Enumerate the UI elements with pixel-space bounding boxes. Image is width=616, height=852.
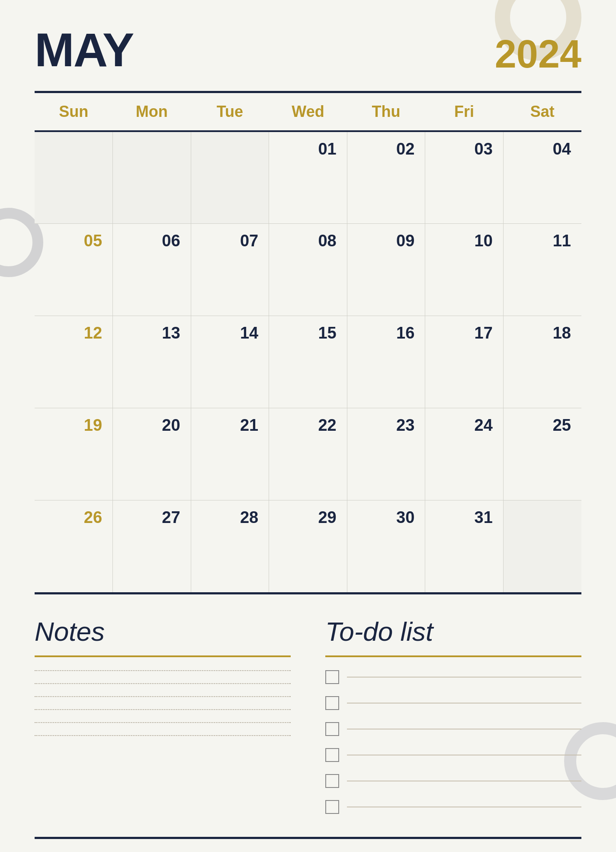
todo-item-0 [325,670,581,684]
calendar-day: 14 [191,316,269,408]
calendar-day: 29 [269,500,347,592]
calendar-day: 16 [347,316,425,408]
calendar-day: 18 [503,316,581,408]
todo-line-3 [347,755,581,755]
calendar-day [35,131,113,223]
calendar-week-2: 12131415161718 [35,316,581,408]
calendar-day: 05 [35,223,113,316]
calendar-day: 03 [425,131,504,223]
calendar-day: 23 [347,408,425,500]
calendar-section: Sun Mon Tue Wed Thu Fri Sat 010203040506… [35,91,581,594]
notes-line-3 [35,709,291,710]
calendar-week-3: 19202122232425 [35,408,581,500]
calendar-day: 10 [425,223,504,316]
calendar-day [191,131,269,223]
page-bottom-border [35,837,581,839]
notes-line-0 [35,670,291,671]
todo-checkbox-5[interactable] [325,800,339,814]
bottom-section: Notes To-do list [35,616,581,826]
todo-underline [325,655,581,657]
todo-item-3 [325,748,581,762]
todo-line-0 [347,677,581,678]
col-tue: Tue [191,93,269,131]
calendar-day: 19 [35,408,113,500]
todo-line-2 [347,729,581,729]
calendar-day: 01 [269,131,347,223]
calendar-header-row: Sun Mon Tue Wed Thu Fri Sat [35,93,581,131]
todo-line-4 [347,781,581,781]
todo-item-5 [325,800,581,814]
notes-lines [35,670,291,736]
calendar-day: 07 [191,223,269,316]
notes-title: Notes [35,616,291,647]
calendar-week-0: 01020304 [35,131,581,223]
calendar-day: 30 [347,500,425,592]
col-sat: Sat [503,93,581,131]
calendar-day: 15 [269,316,347,408]
calendar-day: 25 [503,408,581,500]
calendar-day [503,500,581,592]
todo-title: To-do list [325,616,581,647]
calendar-day: 20 [113,408,191,500]
col-wed: Wed [269,93,347,131]
notes-section: Notes [35,616,291,826]
calendar-body: 0102030405060708091011121314151617181920… [35,131,581,592]
calendar-bottom-border [35,592,581,594]
col-fri: Fri [425,93,504,131]
calendar-day: 02 [347,131,425,223]
todo-item-4 [325,774,581,788]
todo-checkbox-3[interactable] [325,748,339,762]
calendar-day: 27 [113,500,191,592]
calendar-week-1: 05060708091011 [35,223,581,316]
calendar-day: 04 [503,131,581,223]
calendar-day: 28 [191,500,269,592]
todo-checkbox-1[interactable] [325,696,339,710]
calendar-day: 11 [503,223,581,316]
todo-checkbox-2[interactable] [325,722,339,736]
calendar-day: 17 [425,316,504,408]
calendar-day [113,131,191,223]
notes-line-5 [35,735,291,736]
col-mon: Mon [113,93,191,131]
page: MAY 2024 Sun Mon Tue Wed Thu Fri Sat 010… [0,0,616,852]
calendar-day: 08 [269,223,347,316]
notes-line-4 [35,722,291,723]
calendar-table: Sun Mon Tue Wed Thu Fri Sat 010203040506… [35,93,581,592]
col-thu: Thu [347,93,425,131]
calendar-day: 21 [191,408,269,500]
todo-item-1 [325,696,581,710]
todo-item-2 [325,722,581,736]
todo-checkbox-0[interactable] [325,670,339,684]
calendar-day: 24 [425,408,504,500]
todo-line-1 [347,703,581,704]
col-sun: Sun [35,93,113,131]
calendar-day: 26 [35,500,113,592]
calendar-day: 31 [425,500,504,592]
year-title: 2024 [495,35,581,74]
calendar-day: 09 [347,223,425,316]
notes-line-1 [35,683,291,684]
month-title: MAY [35,26,133,74]
calendar-day: 13 [113,316,191,408]
todo-items [325,670,581,814]
calendar-day: 12 [35,316,113,408]
calendar-day: 22 [269,408,347,500]
todo-line-5 [347,807,581,807]
notes-line-2 [35,696,291,697]
todo-checkbox-4[interactable] [325,774,339,788]
header: MAY 2024 [35,26,581,74]
notes-underline [35,655,291,657]
todo-section: To-do list [325,616,581,826]
calendar-day: 06 [113,223,191,316]
calendar-week-4: 262728293031 [35,500,581,592]
